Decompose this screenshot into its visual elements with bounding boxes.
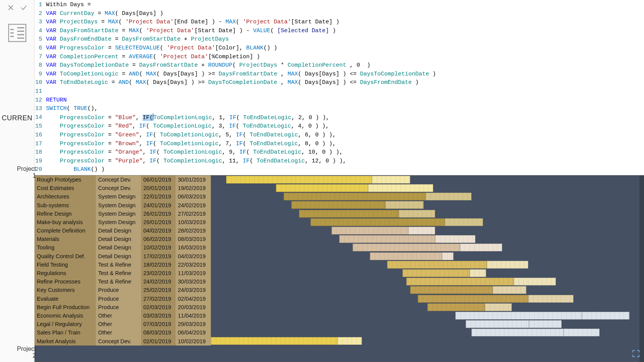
- table-row[interactable]: Cost EstimatesConcept Dev.20/01/201919/0…: [34, 184, 644, 192]
- table-row[interactable]: Make-buy analysisSystem Design29/01/2019…: [34, 218, 644, 226]
- cell-start: 08/03/2019: [141, 328, 176, 337]
- table-row[interactable]: MaterialsDetail Design06/02/201908/03/20…: [34, 235, 644, 243]
- code-line[interactable]: 4VAR DaysFromStartDate = MAX( 'Project D…: [34, 27, 644, 36]
- gantt-bar[interactable]: [460, 244, 502, 251]
- gantt-bar[interactable]: [442, 252, 453, 260]
- table-row[interactable]: Economic AnalysisOther03/03/201911/04/20…: [34, 311, 644, 320]
- gantt-bar[interactable]: [487, 261, 528, 269]
- gantt-bar[interactable]: [291, 201, 385, 209]
- gantt-bar[interactable]: [211, 337, 337, 345]
- code-line[interactable]: 20 BLANK() ): [34, 165, 644, 174]
- table-row[interactable]: RegulationsTest & Refine23/02/201911/03/…: [34, 269, 644, 277]
- gantt-bar[interactable]: [385, 201, 424, 209]
- gantt-bar[interactable]: [370, 252, 442, 260]
- gantt-bar[interactable]: [470, 269, 486, 277]
- table-row[interactable]: Rough PrototypesConcept Dev.06/01/201930…: [34, 175, 644, 184]
- code-line[interactable]: 14 ProgressColor = "Blue", IF(ToCompleti…: [34, 113, 644, 123]
- gantt-bar[interactable]: [455, 312, 582, 319]
- code-line[interactable]: 5VAR DaysFromEndDate = DaysFromStartDate…: [34, 35, 644, 44]
- gantt-bar[interactable]: [408, 227, 435, 234]
- gantt-bar[interactable]: [582, 312, 629, 319]
- gantt-bar[interactable]: [493, 286, 526, 294]
- bar-cell: [211, 226, 644, 235]
- gantt-bar[interactable]: [410, 286, 493, 294]
- cell-phase: System Design: [96, 218, 141, 226]
- code-line[interactable]: 2VAR CurrentDay = MAX( Days[Days] ): [34, 10, 644, 18]
- cell-start: 25/02/2019: [141, 286, 176, 294]
- gantt-bar[interactable]: [310, 218, 445, 226]
- gantt-bar[interactable]: [226, 176, 372, 183]
- gantt-bar[interactable]: [435, 235, 475, 243]
- gantt-chart[interactable]: Rough PrototypesConcept Dev.06/01/201930…: [34, 175, 644, 362]
- gantt-bar[interactable]: [276, 184, 368, 192]
- scrollbar[interactable]: [639, 175, 644, 362]
- table-row[interactable]: Key CustomersProduce25/02/201924/03/2019: [34, 286, 644, 294]
- dax-editor[interactable]: 1Within Days =2VAR CurrentDay = MAX( Day…: [34, 0, 644, 175]
- code-line[interactable]: 19 ProgressColor = "Purple", IF( ToCompl…: [34, 157, 644, 166]
- code-line[interactable]: 12RETURN: [34, 96, 644, 105]
- cell-task: Sales Plan / Train: [34, 328, 96, 337]
- code-line[interactable]: 1Within Days =: [34, 1, 644, 10]
- cell-task: Market Analysis: [34, 337, 96, 345]
- code-line[interactable]: 7VAR CompletionPercent = AVERAGE( 'Proje…: [34, 53, 644, 62]
- gantt-bar[interactable]: [514, 278, 556, 285]
- cell-end: 02/04/2019: [176, 295, 211, 303]
- gantt-bar[interactable]: [402, 269, 470, 277]
- gantt-bar[interactable]: [399, 210, 435, 218]
- gantt-bar[interactable]: [368, 184, 433, 192]
- table-row[interactable]: ArchitecturesSystem Design22/01/201906/0…: [34, 192, 644, 201]
- cancel-icon[interactable]: [7, 4, 15, 13]
- gantt-bar[interactable]: [299, 210, 399, 218]
- gantt-bar[interactable]: [529, 320, 562, 328]
- gantt-bar[interactable]: [284, 193, 426, 200]
- gantt-bar[interactable]: [332, 227, 408, 234]
- table-row[interactable]: Quality Control Def.Detail Design17/02/2…: [34, 252, 644, 260]
- table-row[interactable]: Legal / RegulatoryOther07/03/201929/03/2…: [34, 320, 644, 328]
- code-line[interactable]: 11: [34, 87, 644, 96]
- gantt-bar[interactable]: [485, 303, 512, 311]
- gantt-bar[interactable]: [337, 337, 362, 345]
- cell-phase: Test & Refine: [96, 277, 141, 286]
- gantt-bar[interactable]: [564, 329, 600, 336]
- code-line[interactable]: 16 ProgressColor = "Green", IF( ToComple…: [34, 131, 644, 140]
- focus-mode-icon[interactable]: [632, 349, 640, 360]
- gantt-bar[interactable]: [426, 193, 472, 200]
- commit-icon[interactable]: [20, 4, 28, 13]
- code-line[interactable]: 17 ProgressColor = "Brown", IF( ToComple…: [34, 140, 644, 149]
- bar-cell: [211, 320, 644, 328]
- gantt-bar[interactable]: [472, 329, 564, 336]
- gantt-bar[interactable]: [406, 278, 514, 285]
- code-line[interactable]: 9VAR ToCompletionLogic = AND( MAX( Days[…: [34, 70, 644, 79]
- table-row[interactable]: ToolingDetail Design10/02/201916/03/2019: [34, 243, 644, 252]
- gantt-bar[interactable]: [427, 303, 485, 311]
- gantt-bar[interactable]: [387, 261, 487, 269]
- code-line[interactable]: 15 ProgressColor = "Red", IF( ToCompleti…: [34, 122, 644, 131]
- code-line[interactable]: 18 ProgressColor = "Orange", IF( ToCompl…: [34, 148, 644, 157]
- table-row[interactable]: Market AnalysisConcept Dev.02/01/201910/…: [34, 337, 644, 345]
- gantt-bar[interactable]: [466, 320, 529, 328]
- table-row[interactable]: Begin Full ProductionProduce02/03/201920…: [34, 303, 644, 311]
- table-row[interactable]: Field TestingTest & Refine18/02/201922/0…: [34, 260, 644, 269]
- code-line[interactable]: 8VAR DaysToCompletionDate = DaysFromStar…: [34, 61, 644, 70]
- gantt-bar[interactable]: [372, 176, 410, 183]
- gantt-bar[interactable]: [418, 295, 528, 303]
- current-label: CURREN: [2, 114, 32, 122]
- table-row[interactable]: Refine DesignSystem Design26/01/201927/0…: [34, 210, 644, 218]
- gantt-bar[interactable]: [339, 235, 435, 243]
- table-row[interactable]: Refine ProcessesTest & Refine24/02/20193…: [34, 277, 644, 286]
- gantt-bar[interactable]: [353, 244, 460, 251]
- cell-phase: Concept Dev.: [96, 337, 141, 345]
- table-row[interactable]: Sub-systemsSystem Design24/01/201924/02/…: [34, 201, 644, 209]
- code-line[interactable]: 3VAR ProjectDays = MAX( 'Project Data'[E…: [34, 18, 644, 27]
- code-line[interactable]: 13SWITCH( TRUE(),: [34, 105, 644, 113]
- gantt-bar[interactable]: [445, 218, 483, 226]
- gantt-bar[interactable]: [528, 295, 573, 303]
- table-row[interactable]: Sales Plan / TrainOther08/03/201906/04/2…: [34, 328, 644, 337]
- cell-task: Regulations: [34, 269, 96, 277]
- bar-cell: [211, 201, 644, 209]
- table-row[interactable]: EvaluateProduce27/02/201902/04/2019: [34, 295, 644, 303]
- code-line[interactable]: 6VAR ProgressColor = SELECTEDVALUE( 'Pro…: [34, 44, 644, 53]
- table-row[interactable]: Complete DefinitionDetail Design04/02/20…: [34, 226, 644, 235]
- left-gutter: CURREN: [0, 0, 34, 362]
- code-line[interactable]: 10VAR ToEndDateLogic = AND( MAX( Days[Da…: [34, 79, 644, 87]
